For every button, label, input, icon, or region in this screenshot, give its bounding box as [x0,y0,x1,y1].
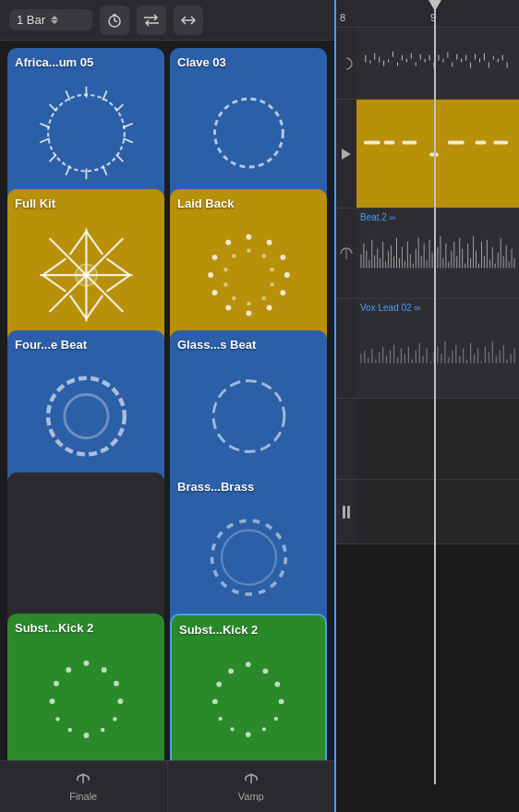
loop-cell-1[interactable]: Africa...um 05 [7,48,164,205]
svg-point-55 [232,254,235,257]
svg-point-42 [211,290,217,295]
loop-cell-4-visual [177,210,320,339]
loop-cell-8-label: Brass...Brass [177,480,320,494]
track-lanes: Beat.2 ∞ [336,28,519,812]
track-lane-3: Beat.2 ∞ [336,209,519,299]
svg-point-41 [225,304,231,310]
svg-point-61 [83,661,89,666]
swap-button[interactable] [137,6,166,35]
left-panel: 1 Bar [0,0,334,812]
loop-cell-5-label: Four...e Beat [15,338,157,352]
svg-line-28 [106,258,129,275]
svg-point-77 [274,717,278,721]
svg-point-78 [262,727,266,731]
svg-point-45 [225,239,231,245]
track-content-1 [356,28,519,99]
svg-point-44 [211,255,217,260]
svg-rect-117 [364,141,380,145]
loop-cell-5-visual [15,352,157,480]
svg-rect-121 [448,141,465,145]
loop-cell-5[interactable]: Four...e Beat [7,330,164,487]
loop-cell-9[interactable]: Subst...Kick 2 [7,614,164,760]
svg-point-79 [246,732,251,737]
svg-line-29 [86,295,103,318]
loop-cell-6[interactable]: Glass...s Beat [170,330,327,487]
timer-button[interactable] [100,6,129,35]
loop-cell-4[interactable]: Laid Back [170,189,327,346]
svg-point-64 [117,699,123,704]
svg-point-59 [211,520,285,594]
timer-icon [106,12,123,29]
svg-point-40 [246,310,251,316]
svg-point-71 [54,681,59,687]
loop-cell-3-label: Full Kit [15,197,157,210]
track-control-6 [336,480,356,543]
loop-cell-7[interactable] [7,472,164,629]
svg-line-8 [115,104,122,111]
pause-bar-2 [347,506,350,519]
svg-point-75 [275,682,281,687]
loop-cell-3[interactable]: Full Kit [7,189,164,346]
track-lane-5 [336,399,519,480]
track-content-6 [356,480,519,543]
loop-cell-2[interactable]: Clave 03 [170,48,327,205]
svg-line-32 [42,258,66,275]
track-control-1 [336,28,356,99]
svg-point-5 [48,95,125,172]
arrows-button[interactable] [174,6,203,35]
bottom-bar: Finale Vamp [0,760,334,812]
svg-point-72 [66,667,71,673]
loop-cell-8[interactable]: Brass...Brass [170,472,327,629]
svg-point-62 [101,667,106,673]
bar-selector[interactable]: 1 Bar [9,9,92,30]
svg-point-81 [219,717,223,721]
swap-icon [143,14,160,27]
svg-point-74 [263,668,269,674]
track-content-3: Beat.2 ∞ [356,209,519,298]
svg-line-31 [42,275,66,292]
track-name-4: Vox Lead 02 ∞ [360,303,421,313]
loop-cell-6-visual [177,352,320,480]
right-panel: 8 9 [334,0,519,812]
loop-cell-4-label: Laid Back [177,197,320,210]
playhead [434,0,436,784]
svg-point-53 [223,282,227,286]
svg-point-60 [221,531,275,585]
loop-cell-10[interactable]: Subst...Kick 2 [170,614,327,760]
finale-label: Finale [69,791,97,802]
timeline-header: 8 9 [336,0,519,28]
chevron-up-icon [51,16,58,19]
svg-point-51 [247,301,250,304]
play-icon-2 [342,149,351,160]
vamp-label: Vamp [238,791,264,802]
svg-line-25 [86,231,103,254]
vamp-button[interactable]: Vamp [168,761,335,812]
track-control-3 [336,209,356,298]
track-control-5 [336,399,356,479]
vamp-icon [242,772,260,789]
pause-bar-1 [343,506,345,519]
svg-point-65 [113,717,116,721]
track-control-2 [336,100,356,208]
svg-point-73 [246,662,251,667]
track-lane-6 [336,480,519,544]
finale-button[interactable]: Finale [0,761,168,812]
svg-line-30 [69,295,86,318]
loop-cell-6-label: Glass...s Beat [177,338,320,352]
svg-point-80 [231,727,235,731]
svg-point-39 [266,304,272,310]
half-circle-icon-1 [339,56,354,71]
svg-point-84 [228,668,234,674]
svg-point-52 [232,296,235,300]
svg-rect-119 [402,141,416,145]
svg-rect-122 [476,141,487,145]
svg-point-49 [270,282,273,286]
pause-icon[interactable] [343,506,350,519]
bar-chevrons [51,16,58,24]
svg-point-48 [270,268,273,271]
svg-point-76 [279,699,284,704]
svg-point-34 [246,233,251,239]
svg-rect-118 [384,141,395,145]
loop-cell-2-visual [177,69,320,197]
loop-grid: Africa...um 05 [0,41,334,760]
